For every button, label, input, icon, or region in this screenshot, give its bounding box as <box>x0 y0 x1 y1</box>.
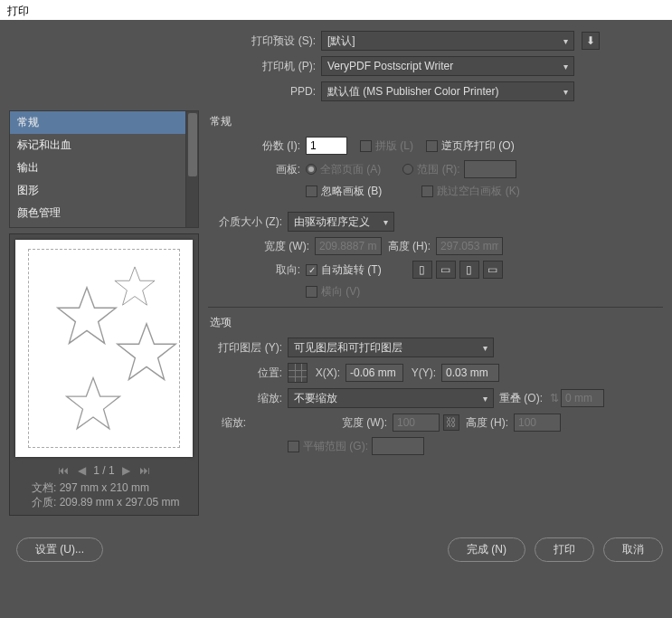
tile-input <box>372 437 424 455</box>
collate-label: 拼版 (L) <box>375 138 413 154</box>
stepper-icon: ⇅ <box>548 392 561 404</box>
orientation-label: 取向: <box>208 262 306 278</box>
last-page-icon[interactable]: ⏭ <box>137 464 152 477</box>
preview-panel: ⏮ ◀ 1 / 1 ▶ ⏭ 文档: 297 mm x 210 mm 介质: 20… <box>9 233 199 516</box>
print-layers-label: 打印图层 (Y): <box>208 340 288 356</box>
scale2-label: 缩放: <box>208 415 251 431</box>
side-item-general[interactable]: 常规 <box>10 111 198 134</box>
range-input <box>464 160 516 178</box>
tile-checkbox <box>288 441 299 452</box>
skip-blank-label: 跳过空白画板 (K) <box>437 184 519 199</box>
height-label: 高度 (H): <box>382 239 436 254</box>
chevron-down-icon: ▾ <box>563 62 568 71</box>
side-item-graphics[interactable]: 图形 <box>10 179 198 202</box>
auto-rotate-checkbox[interactable] <box>306 264 317 276</box>
preset-select[interactable]: [默认] ▾ <box>321 31 574 51</box>
scrollbar[interactable] <box>185 111 198 227</box>
chevron-down-icon: ▾ <box>483 394 487 404</box>
svg-marker-0 <box>58 288 116 344</box>
side-item-color[interactable]: 颜色管理 <box>10 202 198 224</box>
titlebar: 打印 <box>0 0 672 20</box>
artboard-label: 画板: <box>208 162 306 177</box>
general-heading: 常规 <box>210 114 663 129</box>
overlap-label: 重叠 (O): <box>494 391 548 406</box>
setup-button[interactable]: 设置 (U)... <box>16 537 103 562</box>
landscape-checkbox <box>306 286 317 298</box>
done-button[interactable]: 完成 (N) <box>448 537 525 562</box>
scaling-select[interactable]: 不要缩放 ▾ <box>288 388 494 408</box>
options-heading: 选项 <box>210 315 663 330</box>
star-icon <box>64 376 122 433</box>
all-pages-radio <box>306 164 317 175</box>
preset-value: [默认] <box>327 33 355 49</box>
media-label: 介质: <box>32 496 56 509</box>
auto-rotate-label: 自动旋转 (T) <box>321 262 382 278</box>
star-icon <box>113 265 156 309</box>
print-layers-select[interactable]: 可见图层和可打印图层 ▾ <box>288 338 494 357</box>
landscape-label: 横向 (V) <box>321 284 360 299</box>
preview-nav: ⏮ ◀ 1 / 1 ▶ ⏭ <box>15 464 193 477</box>
height-input <box>436 237 503 255</box>
printer-label: 打印机 (P): <box>9 59 321 74</box>
scrollbar-thumb[interactable] <box>188 113 197 176</box>
doc-label: 文档: <box>32 481 56 494</box>
range-label: 范围 (R): <box>417 162 459 177</box>
chevron-down-icon: ▾ <box>563 36 568 46</box>
first-page-icon[interactable]: ⏮ <box>56 464 71 477</box>
media-size-select[interactable]: 由驱动程序定义 ▾ <box>288 212 394 232</box>
chevron-down-icon: ▾ <box>483 343 487 353</box>
overlap-input <box>561 389 604 407</box>
preset-label: 打印预设 (S): <box>9 33 321 49</box>
width-input <box>315 237 382 255</box>
bottom-bar: 设置 (U)... 完成 (N) 打印 取消 <box>0 525 672 575</box>
w2-input <box>393 414 440 432</box>
media-size-label: 介质大小 (Z): <box>208 214 288 230</box>
side-item-marks[interactable]: 标记和出血 <box>10 134 198 157</box>
printer-select[interactable]: VeryPDF Postscript Writer ▾ <box>321 56 574 76</box>
save-preset-icon[interactable]: ⬇ <box>582 32 600 50</box>
landscape-left-icon[interactable]: ▭ <box>436 261 456 279</box>
svg-marker-1 <box>115 267 155 305</box>
next-page-icon[interactable]: ▶ <box>120 464 132 477</box>
ppd-select[interactable]: 默认值 (MS Publisher Color Printer) ▾ <box>321 81 574 101</box>
position-label: 位置: <box>208 366 288 381</box>
tile-label: 平铺范围 (G): <box>303 439 368 454</box>
reverse-checkbox[interactable] <box>426 140 438 152</box>
print-layers-value: 可见图层和可打印图层 <box>294 340 402 356</box>
svg-marker-3 <box>67 378 120 429</box>
prev-page-icon[interactable]: ◀ <box>76 464 88 477</box>
position-grid-icon[interactable] <box>288 363 308 383</box>
y-label: Y(Y): <box>403 366 441 379</box>
preview-page <box>15 240 193 457</box>
divider <box>208 307 663 308</box>
collate-checkbox <box>360 140 372 152</box>
ppd-value: 默认值 (MS Publisher Color Printer) <box>327 84 498 100</box>
w2-label: 宽度 (W): <box>342 415 393 431</box>
skip-blank-checkbox <box>421 185 433 197</box>
page-indicator: 1 / 1 <box>93 464 114 477</box>
scaling-label: 缩放: <box>208 391 288 406</box>
width-label: 宽度 (W): <box>208 239 315 254</box>
all-pages-label: 全部页面 (A) <box>320 162 381 177</box>
portrait-up-icon[interactable]: ▯ <box>412 261 432 279</box>
category-list[interactable]: 常规 标记和出血 输出 图形 颜色管理 <box>9 110 199 228</box>
printer-value: VeryPDF Postscript Writer <box>327 60 453 72</box>
x-input[interactable] <box>345 364 403 382</box>
portrait-down-icon[interactable]: ▯ <box>459 261 479 279</box>
h2-input <box>514 414 561 432</box>
copies-input[interactable] <box>306 137 347 155</box>
star-icon <box>115 321 178 385</box>
ppd-label: PPD: <box>9 85 321 98</box>
landscape-right-icon[interactable]: ▭ <box>483 261 503 279</box>
ignore-artboards-checkbox[interactable] <box>306 185 317 197</box>
star-icon <box>55 285 118 348</box>
chevron-down-icon: ▾ <box>563 87 568 97</box>
print-button[interactable]: 打印 <box>535 537 594 562</box>
print-dialog: 打印预设 (S): [默认] ▾ ⬇ 打印机 (P): VeryPDF Post… <box>0 20 672 525</box>
x-label: X(X): <box>313 366 345 379</box>
dialog-title: 打印 <box>7 5 29 17</box>
cancel-button[interactable]: 取消 <box>603 537 663 562</box>
y-input[interactable] <box>441 364 499 382</box>
side-item-output[interactable]: 输出 <box>10 157 198 179</box>
media-size-value: 由驱动程序定义 <box>294 214 370 230</box>
